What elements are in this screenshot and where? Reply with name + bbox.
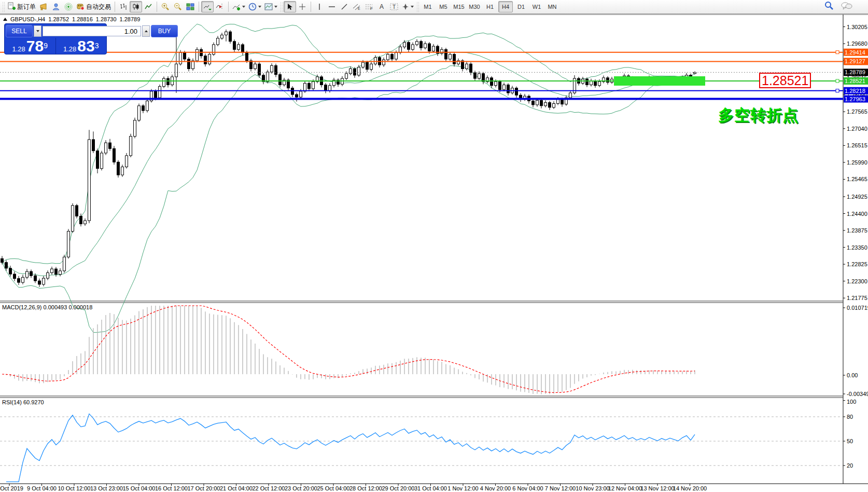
dropdown-caret <box>274 6 277 8</box>
price-scale[interactable]: 1.302051.296801.291551.286151.280901.275… <box>843 24 868 469</box>
time-axis-label: 21 Oct 04:00 <box>220 485 253 491</box>
symbol-ohlc-line: GBPUSD-,H4 1.28752 1.28816 1.28730 1.287… <box>3 16 140 22</box>
auto-scroll-icon[interactable] <box>201 1 214 12</box>
time-axis-label: 25 Oct 04:00 <box>317 485 350 491</box>
horizontal-line-icon[interactable] <box>326 1 338 12</box>
candlestick-chart-icon[interactable] <box>130 1 142 12</box>
indicators-dropdown[interactable] <box>231 1 247 12</box>
search-icon[interactable] <box>824 1 834 12</box>
macd-panel[interactable] <box>2 306 695 394</box>
time-axis-label: 16 Oct 12:00 <box>155 485 188 491</box>
crosshair-icon[interactable] <box>296 1 309 12</box>
timeframe-button-m5[interactable]: M5 <box>436 1 451 12</box>
terminal-window: 新订单 自动交易 <box>0 0 868 492</box>
toolbar-grip[interactable] <box>416 2 419 12</box>
time-axis-label: 23 Oct 20:00 <box>285 485 317 491</box>
autotrading-icon <box>76 2 85 12</box>
timeframe-button-m15[interactable]: M15 <box>452 1 466 12</box>
svg-text:E: E <box>358 7 360 10</box>
timeframe-button-d1[interactable]: D1 <box>514 1 528 12</box>
zoom-out-icon[interactable] <box>172 1 184 12</box>
time-axis-label: 13 Nov 12:00 <box>640 485 674 491</box>
ohlc-open: 1.28752 <box>48 16 69 22</box>
rsi-axis-label: 20 <box>847 462 853 469</box>
sell-price-pip: 9 <box>44 38 48 53</box>
rsi-axis-label: 50 <box>847 438 853 444</box>
price-tick-label: 1.30205 <box>847 24 867 30</box>
timeframe-button-m30[interactable]: M30 <box>467 1 482 12</box>
time-axis-label: 1 Nov 12:00 <box>447 485 478 491</box>
trendline-icon[interactable] <box>338 1 351 12</box>
chart-canvas[interactable]: 1.302051.296801.291551.286151.280901.275… <box>0 0 868 492</box>
highlight-rectangle[interactable] <box>614 76 705 86</box>
rsi-label: RSI(14) 60.9270 <box>2 399 44 405</box>
sell-price-prefix: 1.28 <box>12 45 25 53</box>
buy-button[interactable]: BUY <box>151 25 178 37</box>
timeframe-button-mn[interactable]: MN <box>545 1 559 12</box>
equidistant-channel-icon[interactable]: E <box>351 1 363 12</box>
time-axis-label: 9 Oct 04:00 <box>27 485 57 491</box>
toolbar-grip[interactable] <box>280 2 283 12</box>
line-chart-icon[interactable] <box>142 1 155 12</box>
toolbar-separator <box>157 2 157 12</box>
hline-price-label: 1.27963 <box>845 96 865 102</box>
volume-increase-button[interactable] <box>142 25 150 37</box>
price-tick-label: 1.24400 <box>847 211 867 217</box>
sell-button[interactable]: SELL <box>6 25 33 37</box>
price-tick-label: 1.26515 <box>847 142 867 148</box>
toolbar-separator <box>199 2 199 12</box>
price-annotation-box[interactable]: 1.28521 <box>759 73 811 88</box>
volume-input[interactable] <box>43 26 141 36</box>
time-axis-label: 28 Oct 12:00 <box>349 485 382 491</box>
time-scale[interactable]: 7 Oct 20199 Oct 04:0010 Oct 12:0013 Oct … <box>0 484 707 491</box>
chinese-annotation-text[interactable]: 多空转折点 <box>718 105 799 126</box>
svg-text:F: F <box>370 6 373 10</box>
new-order-label: 新订单 <box>17 3 36 11</box>
rsi-panel[interactable] <box>0 414 843 482</box>
volume-decrease-button[interactable] <box>34 25 41 37</box>
cursor-icon[interactable] <box>284 1 296 12</box>
horizontal-level-lines[interactable] <box>0 51 843 99</box>
timeframe-button-h1[interactable]: H1 <box>483 1 497 12</box>
buy-price[interactable]: 1.28 83 3 <box>56 38 107 54</box>
timeframe-button-h4[interactable]: H4 <box>498 1 513 12</box>
one-click-trade-panel: SELL BUY 1.28 78 9 1.28 83 3 <box>4 23 107 54</box>
dropdown-caret <box>242 6 245 8</box>
sell-price[interactable]: 1.28 78 9 <box>5 38 56 54</box>
zoom-in-icon[interactable] <box>159 1 172 12</box>
buy-price-pip: 3 <box>95 38 99 53</box>
text-label-icon[interactable]: T <box>388 1 400 12</box>
fibonacci-icon[interactable]: F <box>363 1 375 12</box>
arrows-dropdown[interactable] <box>400 1 415 12</box>
timeframe-button-w1[interactable]: W1 <box>529 1 544 12</box>
price-tick-label: 1.21775 <box>847 295 867 301</box>
toolbar-right-group <box>824 1 852 12</box>
chat-icon[interactable] <box>841 2 852 12</box>
ohlc-close: 1.28789 <box>120 16 141 22</box>
price-tick-label: 1.22300 <box>847 278 867 284</box>
toolbar-grip[interactable] <box>2 2 5 12</box>
hline-price-label: 1.29127 <box>845 58 865 64</box>
sell-price-main: 78 <box>26 39 44 53</box>
price-tick-label: 1.23875 <box>847 227 867 234</box>
signals-icon[interactable] <box>62 1 75 12</box>
toolbar-separator <box>228 2 229 12</box>
publisher-icon[interactable] <box>37 1 50 12</box>
vertical-line-icon[interactable] <box>313 1 326 12</box>
chart-shift-icon[interactable] <box>214 1 226 12</box>
text-icon[interactable]: A <box>375 1 388 12</box>
price-tick-label: 1.22825 <box>847 261 867 267</box>
collapse-panel-icon[interactable] <box>3 18 7 21</box>
new-order-button[interactable]: 新订单 <box>6 1 37 12</box>
time-axis-label: 29 Oct 20:00 <box>382 485 415 491</box>
timeframe-button-m1[interactable]: M1 <box>421 1 435 12</box>
periods-dropdown[interactable] <box>247 1 263 12</box>
bollinger-bands <box>2 24 695 332</box>
mql5-community-icon[interactable] <box>50 1 62 12</box>
tile-windows-icon[interactable] <box>184 1 197 12</box>
autotrading-button[interactable]: 自动交易 <box>75 1 113 12</box>
templates-dropdown[interactable] <box>263 1 279 12</box>
time-axis-label: 14 Nov 20:00 <box>673 485 707 491</box>
bar-chart-icon[interactable] <box>117 1 130 12</box>
price-tick-label: 1.25990 <box>847 159 867 166</box>
